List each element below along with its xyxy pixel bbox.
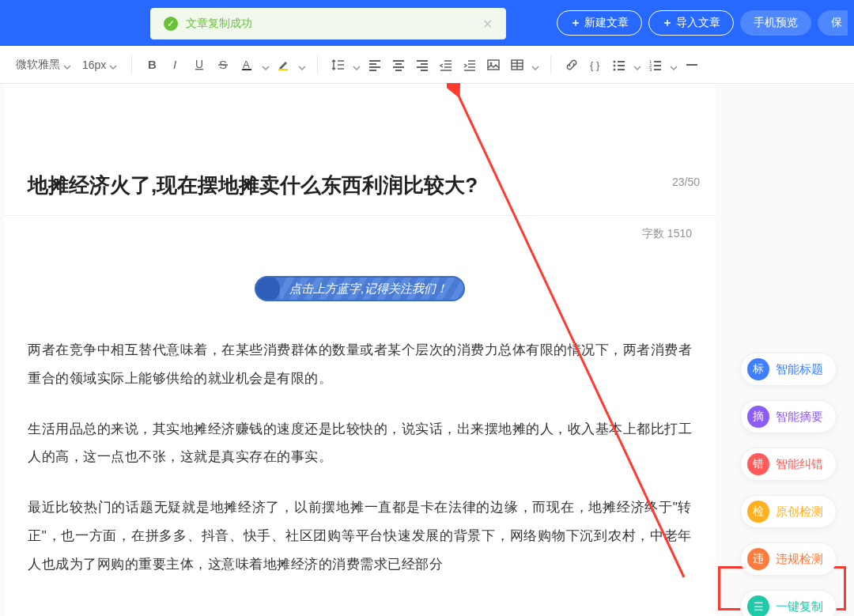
svg-text:U: U xyxy=(195,58,203,70)
title-char-count: 23/50 xyxy=(672,176,700,188)
badge-icon: 违 xyxy=(747,548,769,570)
align-right-button[interactable] xyxy=(411,54,433,76)
bold-button[interactable]: B xyxy=(142,54,164,76)
svg-point-13 xyxy=(614,64,616,66)
badge-icon: 检 xyxy=(747,501,769,523)
font-color-dropdown[interactable] xyxy=(260,54,271,76)
font-family-select[interactable]: 微软雅黑 xyxy=(11,55,76,75)
image-button[interactable] xyxy=(482,54,504,76)
divider xyxy=(550,55,551,74)
banner-dot-icon xyxy=(255,276,280,301)
success-toast: ✓ 文章复制成功 ✕ xyxy=(150,8,506,40)
outdent-button[interactable] xyxy=(435,54,457,76)
svg-point-12 xyxy=(614,60,616,62)
divider xyxy=(131,55,132,74)
smart-summary-button[interactable]: 摘 智能摘要 xyxy=(740,400,837,433)
link-button[interactable] xyxy=(561,54,583,76)
indent-button[interactable] xyxy=(459,54,481,76)
font-color-button[interactable]: A xyxy=(236,54,259,76)
highlight-button[interactable] xyxy=(273,54,295,76)
line-height-dropdown[interactable] xyxy=(351,54,362,76)
editor-area: 地摊经济火了,现在摆地摊卖什么东西利润比较大? 23/50 字数 1510 点击… xyxy=(0,84,854,616)
editor-toolbar: 微软雅黑 16px B I U S A { } 123 xyxy=(0,46,854,84)
word-count: 字数 1510 xyxy=(4,216,716,252)
article-body[interactable]: 两者在竞争中相互替代意味着，在某些消费群体的数量或者某个层次的消费力总体有限的情… xyxy=(4,336,716,578)
svg-rect-8 xyxy=(488,60,499,70)
chevron-down-icon xyxy=(63,61,71,69)
hr-button[interactable] xyxy=(681,54,703,76)
follow-banner[interactable]: 点击上方蓝字,记得关注我们！ xyxy=(255,276,464,301)
unordered-list-button[interactable] xyxy=(608,54,630,76)
align-left-button[interactable] xyxy=(364,54,386,76)
paragraph[interactable]: 最近比较热门的话题无疑就是地摊经济了，以前摆地摊一直都是卡在法律的边缘，而现在，… xyxy=(28,493,692,578)
import-article-button[interactable]: ＋导入文章 xyxy=(648,10,734,36)
originality-check-button[interactable]: 检 原创检测 xyxy=(740,495,837,528)
toast-message: 文章复制成功 xyxy=(186,17,252,31)
article-title[interactable]: 地摊经济火了,现在摆地摊卖什么东西利润比较大? xyxy=(28,171,478,199)
svg-text:B: B xyxy=(148,58,157,71)
smart-correction-button[interactable]: 错 智能纠错 xyxy=(740,448,837,481)
mobile-preview-button[interactable]: 手机预览 xyxy=(740,10,811,36)
chevron-down-icon xyxy=(109,61,117,69)
svg-text:{ }: { } xyxy=(590,59,600,71)
badge-icon: 错 xyxy=(747,453,769,475)
copy-icon: ☰ xyxy=(747,595,769,616)
divider xyxy=(317,55,318,74)
underline-button[interactable]: U xyxy=(189,54,211,76)
strikethrough-button[interactable]: S xyxy=(213,54,235,76)
italic-button[interactable]: I xyxy=(165,54,187,76)
ul-dropdown[interactable] xyxy=(632,54,643,76)
plus-icon: ＋ xyxy=(570,16,581,30)
close-icon[interactable]: ✕ xyxy=(482,17,493,32)
highlight-dropdown[interactable] xyxy=(297,54,308,76)
banner-text: 点击上方蓝字,记得关注我们！ xyxy=(280,278,463,300)
svg-rect-6 xyxy=(242,69,251,70)
svg-rect-7 xyxy=(278,69,288,70)
svg-text:A: A xyxy=(243,59,250,70)
ol-dropdown[interactable] xyxy=(668,54,679,76)
plus-icon: ＋ xyxy=(662,16,673,30)
align-center-button[interactable] xyxy=(387,54,410,76)
paragraph[interactable]: 生活用品总的来说，其实地摊经济赚钱的速度还是比较快的，说实话，出来摆地摊的人，收… xyxy=(28,415,692,471)
violation-check-button[interactable]: 违 违规检测 xyxy=(740,542,837,576)
one-click-copy-button[interactable]: ☰ 一键复制 xyxy=(740,590,837,616)
code-button[interactable]: { } xyxy=(584,54,606,76)
ai-side-panel: 标 智能标题 摘 智能摘要 错 智能纠错 检 原创检测 违 违规检测 ☰ 一键复… xyxy=(740,353,837,616)
ordered-list-button[interactable]: 123 xyxy=(644,54,667,76)
line-height-button[interactable] xyxy=(327,54,350,76)
smart-title-button[interactable]: 标 智能标题 xyxy=(740,353,837,386)
badge-icon: 摘 xyxy=(747,406,769,428)
table-button[interactable] xyxy=(506,54,528,76)
paragraph[interactable]: 两者在竞争中相互替代意味着，在某些消费群体的数量或者某个层次的消费力总体有限的情… xyxy=(28,336,692,392)
check-circle-icon: ✓ xyxy=(164,17,178,31)
table-dropdown[interactable] xyxy=(530,54,541,76)
svg-text:3: 3 xyxy=(649,67,652,72)
save-button[interactable]: 保 xyxy=(818,10,848,36)
svg-text:I: I xyxy=(173,58,176,71)
badge-icon: 标 xyxy=(747,358,769,380)
new-article-button[interactable]: ＋新建文章 xyxy=(557,10,642,36)
svg-point-14 xyxy=(614,68,616,70)
font-size-select[interactable]: 16px xyxy=(77,55,122,74)
